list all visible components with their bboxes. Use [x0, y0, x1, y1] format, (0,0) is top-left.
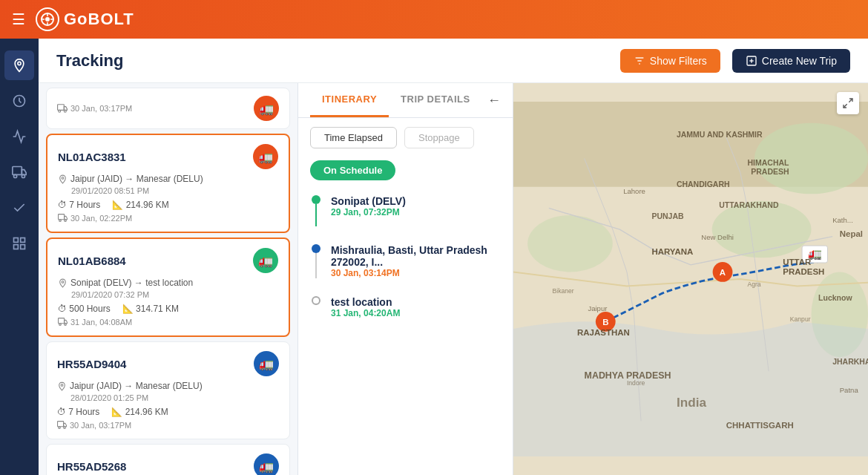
logo: GoBOLT	[36, 7, 134, 31]
svg-rect-25	[59, 214, 65, 220]
hamburger-icon[interactable]: ☰	[12, 10, 25, 28]
stop-item: Sonipat (DELV) 29 Jan, 07:32PM	[310, 195, 501, 226]
trip-list[interactable]: 30 Jan, 03:17PM 🚛 NL01AC3831 🚛 Jaipur (J…	[39, 83, 298, 475]
stoppage-button[interactable]: Stoppage	[404, 127, 474, 148]
sidebar-item-checkmark[interactable]	[4, 193, 34, 223]
trip-update: 30 Jan, 03:17PM	[57, 420, 279, 430]
stop-name: test location	[331, 296, 501, 308]
svg-text:Agra: Agra	[747, 281, 760, 288]
map-svg: A B 🚛 JAMMU AND KASHMIR HIMACHAL PRADESH	[513, 83, 868, 475]
trip-card-partial[interactable]: 30 Jan, 03:17PM 🚛	[46, 88, 290, 129]
svg-rect-13	[14, 245, 19, 249]
tab-itinerary[interactable]: ITINERARY	[310, 83, 389, 117]
svg-line-75	[844, 104, 847, 108]
stop-content: test location 31 Jan, 04:20AM	[331, 296, 501, 318]
svg-rect-33	[58, 422, 64, 427]
page-header: Tracking Show Filters Create New Trip	[39, 39, 868, 83]
main-layout: Tracking Show Filters Create New Trip	[0, 39, 868, 475]
svg-point-34	[59, 427, 61, 429]
trip-status-icon: 🚛	[253, 248, 278, 273]
sidebar-item-location[interactable]	[4, 50, 34, 80]
sidebar-item-grid[interactable]	[4, 229, 34, 258]
svg-text:A: A	[720, 268, 726, 277]
sidebar-item-clock[interactable]	[4, 86, 34, 116]
svg-text:JAMMU AND KASHMIR: JAMMU AND KASHMIR	[677, 130, 763, 139]
svg-point-22	[59, 110, 61, 112]
stop-line	[310, 195, 322, 226]
stop-line	[310, 244, 322, 278]
svg-text:Lucknow: Lucknow	[818, 293, 852, 302]
trip-card[interactable]: HR55AD5268 🚛 Jaipur (JAID) → Manesar (DE…	[46, 444, 290, 475]
svg-point-32	[61, 384, 63, 386]
tab-trip-details[interactable]: TRIP DETAILS	[389, 83, 482, 117]
svg-text:UTTARAKHAND: UTTARAKHAND	[719, 200, 779, 209]
page-title: Tracking	[56, 51, 608, 71]
sidebar-item-analytics[interactable]	[4, 122, 34, 151]
svg-text:PUNJAB: PUNJAB	[651, 212, 684, 220]
map-background: A B 🚛 JAMMU AND KASHMIR HIMACHAL PRADESH	[513, 83, 868, 475]
map-expand-button[interactable]	[837, 92, 859, 114]
svg-text:Patna: Patna	[840, 386, 859, 394]
svg-point-30	[59, 324, 62, 326]
logo-icon	[36, 7, 59, 31]
stop-connector	[315, 253, 317, 278]
trip-route: Jaipur (JAID) → Manesar (DELU)	[57, 381, 279, 391]
svg-text:HIMACHAL: HIMACHAL	[747, 158, 789, 167]
trip-card[interactable]: NL01AC3831 🚛 Jaipur (JAID) → Manesar (DE…	[46, 134, 290, 233]
create-new-trip-button[interactable]: Create New Trip	[732, 49, 850, 73]
svg-text:Indore: Indore	[627, 379, 645, 387]
itinerary-tabs: ITINERARY TRIP DETAILS ←	[298, 83, 513, 118]
sidebar-item-truck[interactable]	[4, 157, 34, 187]
svg-point-35	[64, 427, 66, 429]
back-arrow-icon[interactable]: ←	[487, 93, 501, 108]
svg-point-9	[14, 174, 17, 177]
itinerary-stops: Sonipat (DELV) 29 Jan, 07:32PM Mishrauli…	[298, 189, 513, 475]
svg-text:HARYANA: HARYANA	[651, 247, 693, 256]
content-area: Tracking Show Filters Create New Trip	[39, 39, 868, 475]
partial-card-date: 30 Jan, 03:17PM	[57, 103, 132, 114]
svg-rect-12	[21, 238, 25, 243]
stop-time: 30 Jan, 03:14PM	[331, 268, 501, 278]
svg-rect-8	[13, 167, 22, 175]
trip-meta: ⏱ 7 Hours 📐 214.96 KM	[57, 407, 279, 417]
svg-text:Lahore: Lahore	[623, 187, 645, 195]
stop-content: Sonipat (DELV) 29 Jan, 07:32PM	[331, 195, 501, 226]
trip-meta: ⏱ 7 Hours 📐 214.96 KM	[58, 200, 278, 210]
svg-text:CHHATTISGARH: CHHATTISGARH	[726, 421, 794, 430]
trip-id: NL01AB6884	[58, 255, 126, 267]
stop-name: Sonipat (DELV)	[331, 195, 501, 207]
svg-text:India: India	[677, 395, 707, 410]
trip-route: Jaipur (JAID) → Manesar (DELU)	[58, 174, 278, 184]
trip-status-icon: 🚛	[253, 144, 278, 169]
svg-point-24	[62, 177, 64, 179]
svg-text:CHANDIGARH: CHANDIGARH	[677, 180, 730, 189]
trip-card[interactable]: NL01AB6884 🚛 Sonipat (DELV) → test locat…	[46, 238, 290, 337]
svg-point-23	[64, 110, 66, 112]
trip-id: HR55AD5268	[57, 460, 126, 473]
svg-text:Kanpur: Kanpur	[790, 315, 811, 323]
stop-connector	[315, 204, 317, 226]
svg-point-31	[65, 324, 67, 326]
time-elapsed-button[interactable]: Time Elapsed	[310, 127, 397, 148]
svg-text:New Delhi: New Delhi	[701, 233, 734, 241]
svg-text:JHARKHAND: JHARKHAND	[832, 357, 868, 366]
svg-rect-14	[21, 245, 25, 249]
panels: 30 Jan, 03:17PM 🚛 NL01AC3831 🚛 Jaipur (J…	[39, 83, 868, 475]
top-nav: ☰ GoBOLT	[0, 0, 868, 39]
stop-name: Mishraulia, Basti, Uttar Pradesh 272002,…	[331, 244, 501, 268]
map-area: A B 🚛 JAMMU AND KASHMIR HIMACHAL PRADESH	[513, 83, 868, 475]
trip-update: 30 Jan, 02:22PM	[58, 213, 278, 223]
svg-rect-21	[58, 105, 65, 111]
stop-time: 29 Jan, 07:32PM	[331, 207, 501, 217]
trip-status-icon: 🚛	[254, 453, 279, 475]
svg-text:B: B	[602, 318, 608, 327]
trip-id: HR55AD9404	[57, 358, 126, 370]
show-filters-button[interactable]: Show Filters	[620, 49, 720, 73]
stop-time: 31 Jan, 04:20AM	[331, 308, 501, 318]
svg-text:Nepal: Nepal	[840, 229, 863, 238]
trip-route: Sonipat (DELV) → test location	[58, 278, 278, 288]
svg-point-27	[65, 220, 67, 222]
trip-date: 28/01/2020 01:25 PM	[70, 393, 279, 402]
trip-card[interactable]: HR55AD9404 🚛 Jaipur (JAID) → Manesar (DE…	[46, 341, 290, 439]
stop-item: Mishraulia, Basti, Uttar Pradesh 272002,…	[310, 244, 501, 278]
